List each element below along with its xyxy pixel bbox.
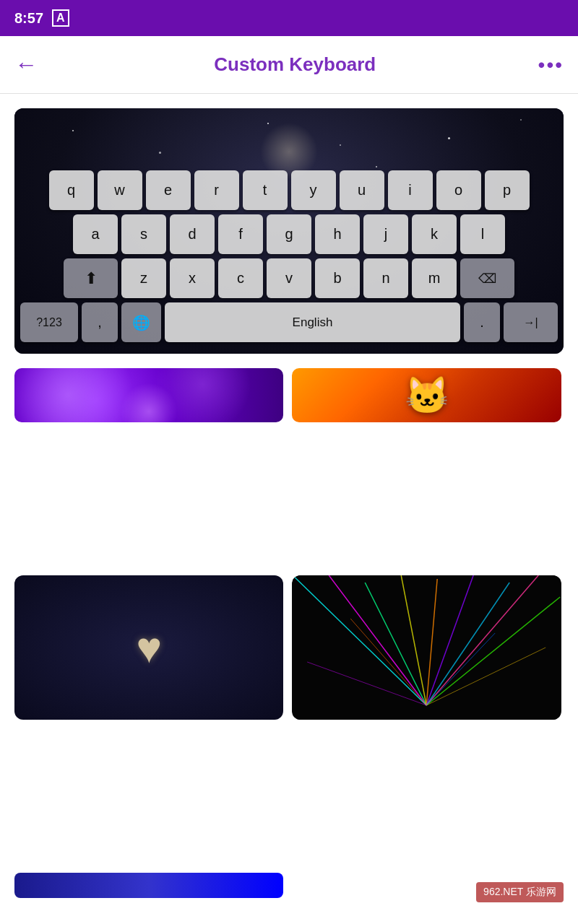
key-t[interactable]: t [243, 170, 288, 210]
key-l[interactable]: l [460, 214, 505, 254]
bottom-spacer [14, 728, 564, 873]
key-y[interactable]: y [291, 170, 336, 210]
key-x[interactable]: x [170, 258, 215, 298]
thumbnail-blue-bottom[interactable] [14, 873, 283, 898]
status-bar: 8:57 A [0, 0, 578, 36]
key-row-2: a s d f g h j k l [20, 214, 558, 254]
key-d[interactable]: d [170, 214, 215, 254]
key-v[interactable]: v [267, 258, 311, 298]
key-p[interactable]: p [485, 170, 530, 210]
spacer [14, 431, 564, 575]
star-decor [267, 123, 269, 124]
key-period[interactable]: . [464, 302, 500, 342]
key-comma[interactable]: , [82, 302, 118, 342]
key-shift[interactable]: ⬆ [64, 258, 118, 298]
key-numbers[interactable]: ?123 [20, 302, 78, 342]
key-spacebar[interactable]: English [165, 302, 460, 342]
key-q[interactable]: q [49, 170, 94, 210]
key-b[interactable]: b [315, 258, 360, 298]
key-backspace[interactable]: ⌫ [460, 258, 514, 298]
star-decor [520, 119, 522, 121]
key-j[interactable]: j [363, 214, 408, 254]
key-m[interactable]: m [412, 258, 457, 298]
heart-icon: ♥ [136, 623, 162, 673]
key-a[interactable]: a [73, 214, 118, 254]
thumbnail-purple-bokeh[interactable] [14, 368, 283, 422]
key-s[interactable]: s [121, 214, 166, 254]
key-globe[interactable]: 🌐 [121, 302, 161, 342]
key-k[interactable]: k [412, 214, 457, 254]
key-row-1: q w e r t y u i o p [20, 170, 558, 210]
key-n[interactable]: n [363, 258, 408, 298]
key-w[interactable]: w [98, 170, 142, 210]
key-f[interactable]: f [218, 214, 263, 254]
key-o[interactable]: o [436, 170, 481, 210]
watermark-site: 962.NET [483, 886, 523, 897]
main-content: q w e r t y u i o p a s d f g h j k [0, 94, 578, 912]
watermark-label: 乐游网 [526, 886, 556, 897]
key-c[interactable]: c [218, 258, 263, 298]
key-i[interactable]: i [388, 170, 433, 210]
keyboard-keys: q w e r t y u i o p a s d f g h j k [14, 163, 564, 354]
key-r[interactable]: r [194, 170, 239, 210]
key-z[interactable]: z [121, 258, 166, 298]
keyboard-preview: q w e r t y u i o p a s d f g h j k [14, 108, 564, 354]
key-h[interactable]: h [315, 214, 360, 254]
star-decor [340, 144, 341, 146]
thumbnail-row-1: 🐱 [14, 368, 564, 422]
key-e[interactable]: e [146, 170, 191, 210]
more-options-button[interactable]: ••• [538, 53, 564, 77]
key-row-4: ?123 , 🌐 English . →| [20, 302, 558, 342]
star-decor [448, 137, 450, 139]
laser-svg [292, 575, 561, 720]
input-indicator: A [52, 9, 69, 27]
star-decor [72, 130, 74, 131]
thumbnail-cat[interactable]: 🐱 [292, 368, 561, 422]
watermark: 962.NET 乐游网 [476, 882, 564, 902]
star-decor [159, 152, 161, 154]
page-title: Custom Keyboard [52, 53, 538, 76]
status-time: 8:57 [14, 10, 43, 27]
thumbnail-dark-heart[interactable]: ♥ [14, 575, 283, 720]
back-button[interactable]: ← [14, 51, 38, 78]
thumbnail-laser[interactable] [292, 575, 561, 720]
key-tab[interactable]: →| [504, 302, 558, 342]
thumbnail-row-2: ♥ [14, 575, 564, 720]
cat-emoji-icon: 🐱 [405, 375, 449, 417]
key-g[interactable]: g [267, 214, 311, 254]
app-bar: ← Custom Keyboard ••• [0, 36, 578, 94]
key-row-3: ⬆ z x c v b n m ⌫ [20, 258, 558, 298]
key-u[interactable]: u [340, 170, 384, 210]
